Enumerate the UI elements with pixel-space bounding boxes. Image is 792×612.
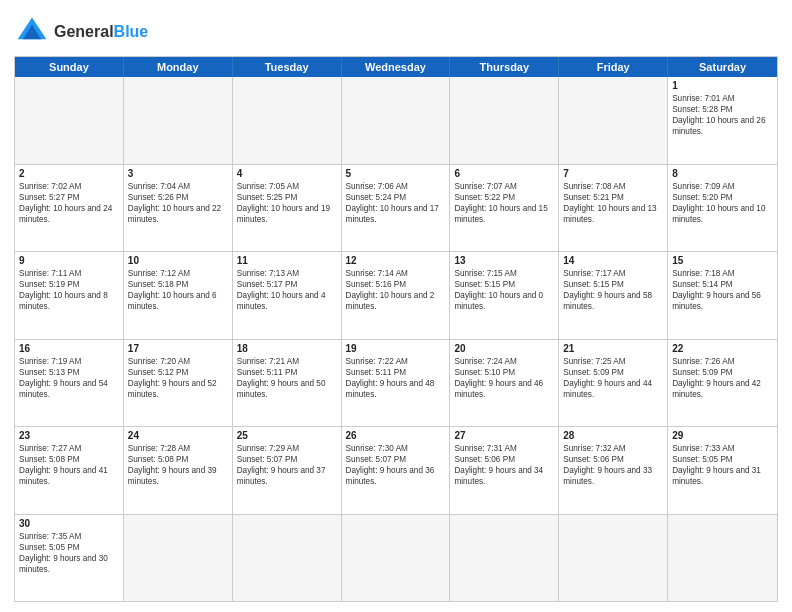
day-cell: 9Sunrise: 7:11 AMSunset: 5:19 PMDaylight… xyxy=(15,252,124,339)
day-cell: 8Sunrise: 7:09 AMSunset: 5:20 PMDaylight… xyxy=(668,165,777,252)
day-info: Sunrise: 7:19 AMSunset: 5:13 PMDaylight:… xyxy=(19,356,119,400)
day-info: Sunrise: 7:22 AMSunset: 5:11 PMDaylight:… xyxy=(346,356,446,400)
day-cell: 11Sunrise: 7:13 AMSunset: 5:17 PMDayligh… xyxy=(233,252,342,339)
logo-text: GeneralBlue xyxy=(54,23,148,41)
page-header: GeneralBlue xyxy=(14,10,778,50)
calendar: Sunday Monday Tuesday Wednesday Thursday… xyxy=(14,56,778,602)
day-number: 23 xyxy=(19,430,119,441)
day-cell: 27Sunrise: 7:31 AMSunset: 5:06 PMDayligh… xyxy=(450,427,559,514)
day-info: Sunrise: 7:29 AMSunset: 5:07 PMDaylight:… xyxy=(237,443,337,487)
day-number: 10 xyxy=(128,255,228,266)
day-number: 4 xyxy=(237,168,337,179)
logo-general: General xyxy=(54,23,114,40)
day-number: 12 xyxy=(346,255,446,266)
day-info: Sunrise: 7:32 AMSunset: 5:06 PMDaylight:… xyxy=(563,443,663,487)
day-number: 27 xyxy=(454,430,554,441)
header-saturday: Saturday xyxy=(668,57,777,77)
day-number: 5 xyxy=(346,168,446,179)
day-cell xyxy=(450,77,559,164)
day-info: Sunrise: 7:24 AMSunset: 5:10 PMDaylight:… xyxy=(454,356,554,400)
day-cell: 24Sunrise: 7:28 AMSunset: 5:08 PMDayligh… xyxy=(124,427,233,514)
day-cell: 30Sunrise: 7:35 AMSunset: 5:05 PMDayligh… xyxy=(15,515,124,602)
header-thursday: Thursday xyxy=(450,57,559,77)
day-number: 24 xyxy=(128,430,228,441)
day-number: 28 xyxy=(563,430,663,441)
day-number: 16 xyxy=(19,343,119,354)
calendar-row: 30Sunrise: 7:35 AMSunset: 5:05 PMDayligh… xyxy=(15,514,777,602)
day-cell xyxy=(559,515,668,602)
day-cell xyxy=(342,515,451,602)
day-cell xyxy=(124,77,233,164)
day-info: Sunrise: 7:02 AMSunset: 5:27 PMDaylight:… xyxy=(19,181,119,225)
day-cell xyxy=(342,77,451,164)
day-info: Sunrise: 7:07 AMSunset: 5:22 PMDaylight:… xyxy=(454,181,554,225)
day-number: 18 xyxy=(237,343,337,354)
day-cell xyxy=(233,77,342,164)
day-cell: 3Sunrise: 7:04 AMSunset: 5:26 PMDaylight… xyxy=(124,165,233,252)
day-info: Sunrise: 7:21 AMSunset: 5:11 PMDaylight:… xyxy=(237,356,337,400)
day-info: Sunrise: 7:20 AMSunset: 5:12 PMDaylight:… xyxy=(128,356,228,400)
day-number: 6 xyxy=(454,168,554,179)
day-number: 19 xyxy=(346,343,446,354)
day-cell: 20Sunrise: 7:24 AMSunset: 5:10 PMDayligh… xyxy=(450,340,559,427)
day-info: Sunrise: 7:14 AMSunset: 5:16 PMDaylight:… xyxy=(346,268,446,312)
day-cell: 19Sunrise: 7:22 AMSunset: 5:11 PMDayligh… xyxy=(342,340,451,427)
day-number: 15 xyxy=(672,255,773,266)
day-cell: 28Sunrise: 7:32 AMSunset: 5:06 PMDayligh… xyxy=(559,427,668,514)
day-cell: 4Sunrise: 7:05 AMSunset: 5:25 PMDaylight… xyxy=(233,165,342,252)
day-info: Sunrise: 7:06 AMSunset: 5:24 PMDaylight:… xyxy=(346,181,446,225)
day-number: 30 xyxy=(19,518,119,529)
day-info: Sunrise: 7:31 AMSunset: 5:06 PMDaylight:… xyxy=(454,443,554,487)
day-cell: 2Sunrise: 7:02 AMSunset: 5:27 PMDaylight… xyxy=(15,165,124,252)
day-info: Sunrise: 7:28 AMSunset: 5:08 PMDaylight:… xyxy=(128,443,228,487)
day-cell: 26Sunrise: 7:30 AMSunset: 5:07 PMDayligh… xyxy=(342,427,451,514)
day-number: 3 xyxy=(128,168,228,179)
day-cell xyxy=(233,515,342,602)
day-number: 13 xyxy=(454,255,554,266)
day-info: Sunrise: 7:12 AMSunset: 5:18 PMDaylight:… xyxy=(128,268,228,312)
day-info: Sunrise: 7:11 AMSunset: 5:19 PMDaylight:… xyxy=(19,268,119,312)
day-cell: 15Sunrise: 7:18 AMSunset: 5:14 PMDayligh… xyxy=(668,252,777,339)
day-number: 11 xyxy=(237,255,337,266)
day-info: Sunrise: 7:30 AMSunset: 5:07 PMDaylight:… xyxy=(346,443,446,487)
day-info: Sunrise: 7:15 AMSunset: 5:15 PMDaylight:… xyxy=(454,268,554,312)
day-cell: 12Sunrise: 7:14 AMSunset: 5:16 PMDayligh… xyxy=(342,252,451,339)
day-number: 26 xyxy=(346,430,446,441)
header-wednesday: Wednesday xyxy=(342,57,451,77)
day-info: Sunrise: 7:27 AMSunset: 5:08 PMDaylight:… xyxy=(19,443,119,487)
day-info: Sunrise: 7:09 AMSunset: 5:20 PMDaylight:… xyxy=(672,181,773,225)
day-cell: 6Sunrise: 7:07 AMSunset: 5:22 PMDaylight… xyxy=(450,165,559,252)
day-cell xyxy=(668,515,777,602)
calendar-row: 9Sunrise: 7:11 AMSunset: 5:19 PMDaylight… xyxy=(15,251,777,339)
header-sunday: Sunday xyxy=(15,57,124,77)
day-number: 14 xyxy=(563,255,663,266)
day-number: 20 xyxy=(454,343,554,354)
day-cell: 7Sunrise: 7:08 AMSunset: 5:21 PMDaylight… xyxy=(559,165,668,252)
day-cell: 1Sunrise: 7:01 AMSunset: 5:28 PMDaylight… xyxy=(668,77,777,164)
logo-icon xyxy=(14,14,50,50)
day-cell xyxy=(450,515,559,602)
logo-blue: Blue xyxy=(114,23,149,40)
day-cell: 10Sunrise: 7:12 AMSunset: 5:18 PMDayligh… xyxy=(124,252,233,339)
day-number: 29 xyxy=(672,430,773,441)
day-cell: 13Sunrise: 7:15 AMSunset: 5:15 PMDayligh… xyxy=(450,252,559,339)
day-number: 9 xyxy=(19,255,119,266)
day-number: 25 xyxy=(237,430,337,441)
day-info: Sunrise: 7:08 AMSunset: 5:21 PMDaylight:… xyxy=(563,181,663,225)
header-tuesday: Tuesday xyxy=(233,57,342,77)
day-info: Sunrise: 7:05 AMSunset: 5:25 PMDaylight:… xyxy=(237,181,337,225)
calendar-header: Sunday Monday Tuesday Wednesday Thursday… xyxy=(15,57,777,77)
day-number: 21 xyxy=(563,343,663,354)
day-cell: 14Sunrise: 7:17 AMSunset: 5:15 PMDayligh… xyxy=(559,252,668,339)
day-cell: 21Sunrise: 7:25 AMSunset: 5:09 PMDayligh… xyxy=(559,340,668,427)
day-cell: 25Sunrise: 7:29 AMSunset: 5:07 PMDayligh… xyxy=(233,427,342,514)
day-cell: 16Sunrise: 7:19 AMSunset: 5:13 PMDayligh… xyxy=(15,340,124,427)
day-cell xyxy=(15,77,124,164)
day-cell xyxy=(124,515,233,602)
day-info: Sunrise: 7:04 AMSunset: 5:26 PMDaylight:… xyxy=(128,181,228,225)
logo: GeneralBlue xyxy=(14,14,148,50)
day-number: 8 xyxy=(672,168,773,179)
header-friday: Friday xyxy=(559,57,668,77)
day-info: Sunrise: 7:35 AMSunset: 5:05 PMDaylight:… xyxy=(19,531,119,575)
header-monday: Monday xyxy=(124,57,233,77)
